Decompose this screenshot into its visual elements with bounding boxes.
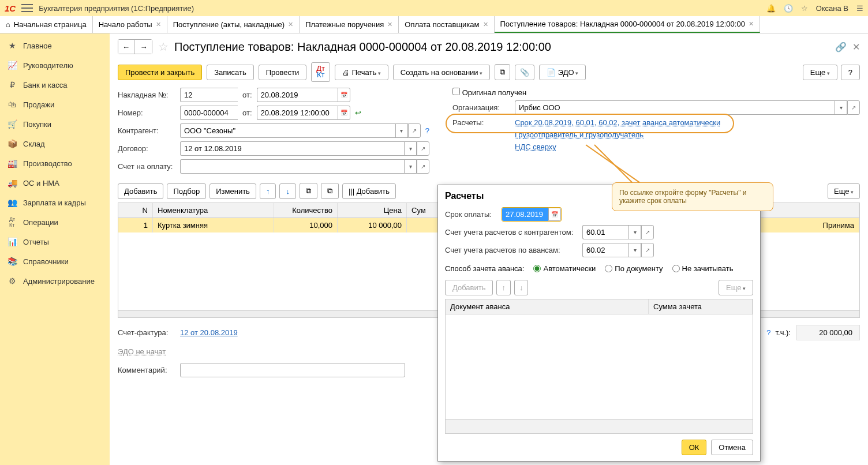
tab-item[interactable]: Платежные поручения✕: [300, 16, 399, 33]
attach-button[interactable]: 📎: [515, 65, 534, 80]
col-n[interactable]: N: [118, 203, 153, 217]
print-button[interactable]: 🖨 Печать: [335, 65, 388, 80]
org-input[interactable]: [515, 100, 835, 115]
favorite-icon[interactable]: ☆: [158, 40, 169, 54]
sidebar-item-admin[interactable]: ⚙Администрирование: [0, 271, 110, 291]
status-icon[interactable]: ↩: [355, 108, 361, 117]
add-button[interactable]: Добавить: [118, 183, 163, 199]
radio-bydoc[interactable]: По документу: [605, 264, 663, 273]
bell-icon[interactable]: 🔔: [766, 4, 776, 13]
tab-home[interactable]: ⌂ Начальная страница: [0, 16, 93, 33]
save-button[interactable]: Записать: [207, 65, 254, 80]
back-button[interactable]: ←: [118, 40, 134, 54]
copy-row-button[interactable]: ⧉: [300, 183, 317, 199]
up-button[interactable]: ↑: [260, 183, 276, 199]
paste-row-button[interactable]: ⧉: [321, 183, 339, 199]
due-input[interactable]: [502, 208, 548, 221]
post-button[interactable]: Провести: [259, 65, 307, 80]
menu-icon[interactable]: [21, 4, 33, 12]
sidebar-item-assets[interactable]: 🚚ОС и НМА: [0, 173, 110, 193]
pick-button[interactable]: Подбор: [167, 183, 206, 199]
popup-more-button[interactable]: Еще: [719, 280, 753, 295]
calendar-icon[interactable]: 📅: [338, 88, 350, 102]
col-nomenclature[interactable]: Номенклатура: [153, 203, 274, 217]
dtkt-button[interactable]: ДтКт: [311, 62, 330, 82]
counterparty-input[interactable]: [180, 123, 395, 138]
sf-link[interactable]: 12 от 20.08.2019: [180, 328, 238, 337]
help-icon[interactable]: ?: [425, 126, 429, 135]
close-icon[interactable]: ✕: [483, 21, 488, 28]
close-icon[interactable]: ✕: [288, 21, 293, 28]
sidebar-item-manager[interactable]: 📈Руководителю: [0, 55, 110, 75]
create-based-button[interactable]: Создать на основании: [393, 65, 490, 80]
sidebar-item-bank[interactable]: ₽Банк и касса: [0, 75, 110, 95]
open-icon[interactable]: ↗: [417, 159, 429, 174]
tab-item[interactable]: Поступление (акты, накладные)✕: [167, 16, 300, 33]
date1-input[interactable]: [257, 88, 338, 102]
original-checkbox[interactable]: Оригинал получен: [452, 88, 526, 97]
open-icon[interactable]: ↗: [417, 141, 429, 156]
open-icon[interactable]: ↗: [641, 243, 654, 257]
calendar-icon[interactable]: 📅: [338, 106, 350, 120]
sidebar-item-sales[interactable]: 🛍Продажи: [0, 95, 110, 114]
acc1-input[interactable]: [582, 225, 628, 239]
col-advance-sum[interactable]: Сумма зачета: [649, 299, 753, 314]
sidebar-item-operations[interactable]: ДтКтОперации: [0, 212, 110, 232]
sidebar-item-reports[interactable]: 📊Отчеты: [0, 232, 110, 252]
edo-status-link[interactable]: ЭДО не начат: [118, 347, 166, 356]
close-icon[interactable]: ✕: [749, 20, 754, 28]
radio-auto[interactable]: Автоматически: [533, 264, 596, 273]
open-icon[interactable]: ↗: [408, 123, 421, 138]
grid-body[interactable]: [446, 314, 753, 419]
close-icon[interactable]: ✕: [387, 21, 392, 28]
number-input[interactable]: [180, 106, 238, 120]
link-icon[interactable]: 🔗: [835, 42, 847, 52]
calendar-icon[interactable]: 📅: [548, 208, 561, 221]
contract-input[interactable]: [180, 141, 404, 156]
open-icon[interactable]: ↗: [641, 225, 654, 239]
invoice-no-input[interactable]: [180, 88, 238, 102]
col-sum[interactable]: Сум: [407, 203, 442, 217]
barcode-add-button[interactable]: ||| Добавить: [342, 183, 396, 199]
down-button[interactable]: ↓: [514, 280, 529, 295]
history-icon[interactable]: 🕓: [784, 4, 793, 13]
sidebar-item-hr[interactable]: 👥Зарплата и кадры: [0, 193, 110, 212]
vat-link[interactable]: НДС сверху: [515, 142, 556, 151]
help-button[interactable]: ?: [841, 65, 860, 80]
dropdown-icon[interactable]: ▾: [628, 243, 641, 257]
radio-none[interactable]: Не зачитывать: [672, 264, 734, 273]
down-button[interactable]: ↓: [279, 183, 296, 199]
open-icon[interactable]: ↗: [847, 100, 860, 115]
dropdown-icon[interactable]: ▾: [395, 123, 408, 138]
star-icon[interactable]: ☆: [801, 4, 808, 13]
user-name[interactable]: Оксана В: [816, 4, 848, 13]
sidebar-item-production[interactable]: 🏭Производство: [0, 153, 110, 173]
table-more-button[interactable]: Еще: [828, 183, 860, 199]
sidebar-item-main[interactable]: ★Главное: [0, 36, 110, 55]
collapse-icon[interactable]: ☰: [856, 4, 863, 13]
col-qty[interactable]: Количество: [274, 203, 338, 217]
date2-input[interactable]: [257, 106, 338, 120]
close-icon[interactable]: ✕: [156, 21, 161, 28]
ok-button[interactable]: ОК: [682, 440, 707, 455]
dropdown-icon[interactable]: ▾: [404, 159, 417, 174]
tab-item[interactable]: Оплата поставщикам✕: [399, 16, 494, 33]
forward-button[interactable]: →: [136, 40, 152, 54]
up-button[interactable]: ↑: [496, 280, 511, 295]
col-advance-doc[interactable]: Документ аванса: [446, 299, 649, 314]
edit-button[interactable]: Изменить: [209, 183, 256, 199]
acc2-input[interactable]: [582, 243, 628, 257]
dropdown-icon[interactable]: ▾: [835, 100, 847, 115]
tab-item-active[interactable]: Поступление товаров: Накладная 0000-0000…: [495, 16, 760, 33]
help-icon[interactable]: ?: [766, 328, 770, 337]
close-icon[interactable]: ✕: [852, 42, 860, 52]
copy-button[interactable]: ⧉: [495, 64, 510, 80]
comment-input[interactable]: [180, 363, 405, 377]
cancel-button[interactable]: Отмена: [711, 440, 753, 455]
sidebar-item-catalogs[interactable]: 📚Справочники: [0, 252, 110, 271]
popup-add-button[interactable]: Добавить: [445, 280, 493, 295]
more-button[interactable]: Еще: [803, 65, 837, 80]
col-price[interactable]: Цена: [338, 203, 407, 217]
payacc-input[interactable]: [180, 159, 404, 174]
edo-button[interactable]: 📄 ЭДО: [539, 65, 586, 80]
